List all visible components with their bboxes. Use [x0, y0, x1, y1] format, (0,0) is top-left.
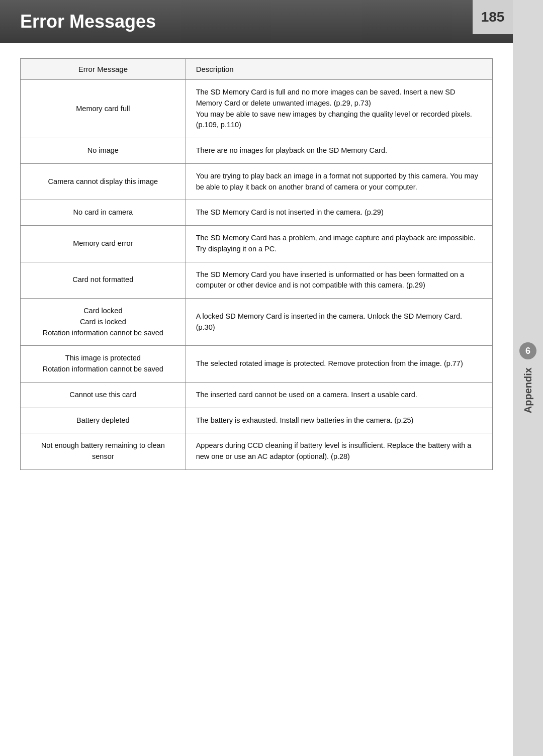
- error-description-cell: The SD Memory Card is not inserted in th…: [186, 200, 492, 226]
- error-message-cell: No card in camera: [21, 200, 186, 226]
- table-row: Not enough battery remaining to clean se…: [21, 433, 493, 470]
- error-description-cell: A locked SD Memory Card is inserted in t…: [186, 299, 492, 346]
- table-row: Battery depletedThe battery is exhausted…: [21, 408, 493, 433]
- appendix-label: Appendix: [522, 367, 534, 413]
- error-message-cell: Memory card error: [21, 226, 186, 262]
- page-wrapper: 6 Appendix 185 Error Messages Error Mess…: [0, 0, 543, 756]
- error-description-cell: The SD Memory Card has a problem, and im…: [186, 226, 492, 262]
- error-message-cell: Card not formatted: [21, 262, 186, 299]
- page-title: Error Messages: [20, 11, 156, 32]
- col-message-header: Error Message: [21, 59, 186, 80]
- error-description-cell: You are trying to play back an image in …: [186, 163, 492, 200]
- error-message-cell: Memory card full: [21, 80, 186, 138]
- table-row: Memory card fullThe SD Memory Card is fu…: [21, 80, 493, 138]
- error-message-cell: No image: [21, 138, 186, 164]
- error-message-cell: Camera cannot display this image: [21, 163, 186, 200]
- table-row: No card in cameraThe SD Memory Card is n…: [21, 200, 493, 226]
- table-row: Camera cannot display this imageYou are …: [21, 163, 493, 200]
- error-message-cell: Card lockedCard is lockedRotation inform…: [21, 299, 186, 346]
- col-description-header: Description: [186, 59, 492, 80]
- main-content: 185 Error Messages Error Message Descrip…: [0, 0, 513, 756]
- error-description-cell: There are no images for playback on the …: [186, 138, 492, 164]
- table-row: Card not formattedThe SD Memory Card you…: [21, 262, 493, 299]
- header-bar: Error Messages: [0, 0, 513, 43]
- error-description-cell: The SD Memory Card is full and no more i…: [186, 80, 492, 138]
- table-row: Cannot use this cardThe inserted card ca…: [21, 382, 493, 408]
- error-description-cell: The battery is exhausted. Install new ba…: [186, 408, 492, 433]
- error-message-cell: Cannot use this card: [21, 382, 186, 408]
- error-description-cell: The selected rotated image is protected.…: [186, 346, 492, 383]
- side-tab-inner: 6 Appendix: [519, 342, 536, 413]
- side-tab: 6 Appendix: [513, 0, 543, 756]
- table-container: Error Message Description Memory card fu…: [0, 58, 513, 470]
- error-description-cell: The inserted card cannot be used on a ca…: [186, 382, 492, 408]
- table-row: Card lockedCard is lockedRotation inform…: [21, 299, 493, 346]
- error-message-cell: This image is protectedRotation informat…: [21, 346, 186, 383]
- page-number: 185: [473, 0, 513, 34]
- appendix-number-circle: 6: [519, 342, 536, 359]
- error-description-cell: Appears during CCD cleaning if battery l…: [186, 433, 492, 470]
- table-row: This image is protectedRotation informat…: [21, 346, 493, 383]
- table-row: No imageThere are no images for playback…: [21, 138, 493, 164]
- error-message-cell: Not enough battery remaining to clean se…: [21, 433, 186, 470]
- error-message-cell: Battery depleted: [21, 408, 186, 433]
- error-description-cell: The SD Memory Card you have inserted is …: [186, 262, 492, 299]
- table-header-row: Error Message Description: [21, 59, 493, 80]
- table-row: Memory card errorThe SD Memory Card has …: [21, 226, 493, 262]
- error-messages-table: Error Message Description Memory card fu…: [20, 58, 493, 470]
